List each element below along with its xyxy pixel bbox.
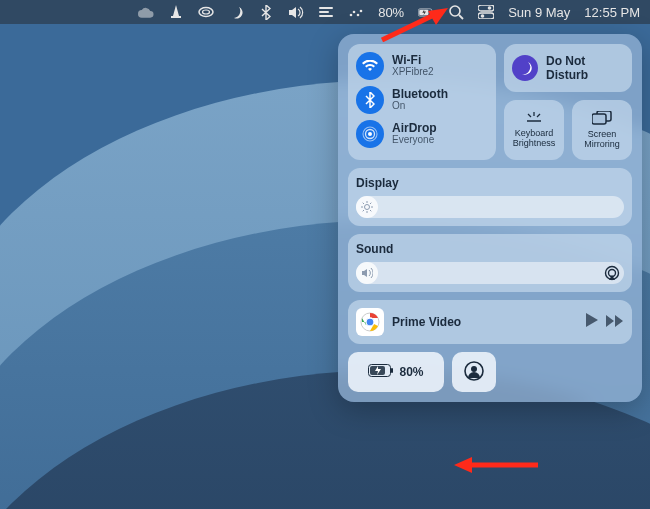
sound-slider[interactable] — [356, 262, 624, 284]
fast-forward-icon[interactable] — [606, 313, 624, 331]
svg-rect-15 — [478, 5, 494, 11]
keyboard-brightness-label: Keyboard Brightness — [513, 129, 556, 148]
control-center-panel: Wi-FiXPFibre2 BluetoothOn AirDropEveryon… — [338, 34, 642, 402]
spotlight-icon[interactable] — [448, 4, 464, 20]
brightness-icon — [356, 196, 378, 218]
svg-rect-5 — [319, 15, 333, 17]
svg-rect-27 — [592, 114, 606, 124]
svg-point-41 — [366, 318, 374, 326]
svg-point-7 — [353, 11, 356, 14]
play-icon[interactable] — [586, 313, 598, 331]
cloud-icon[interactable] — [138, 4, 154, 20]
screen-mirroring-label: Screen Mirroring — [584, 130, 620, 149]
do-not-disturb-icon[interactable] — [228, 4, 244, 20]
dnd-toggle[interactable]: Do Not Disturb — [504, 44, 632, 92]
svg-rect-4 — [319, 11, 329, 13]
screen-mirroring-button[interactable]: Screen Mirroring — [572, 100, 632, 160]
svg-point-13 — [450, 6, 460, 16]
svg-point-9 — [360, 10, 363, 13]
menubar: 80% Sun 9 May 12:55 PM — [0, 0, 650, 24]
bluetooth-toggle[interactable]: BluetoothOn — [356, 86, 488, 114]
volume-icon[interactable] — [288, 4, 304, 20]
dots-icon[interactable] — [348, 4, 364, 20]
svg-point-28 — [365, 205, 370, 210]
control-center-icon[interactable] — [478, 4, 494, 20]
svg-rect-0 — [171, 16, 181, 18]
svg-point-2 — [203, 10, 210, 14]
svg-line-24 — [528, 114, 531, 117]
bluetooth-status: On — [392, 101, 448, 112]
wifi-network: XPFibre2 — [392, 67, 434, 78]
svg-point-16 — [488, 6, 492, 10]
svg-point-18 — [481, 14, 485, 18]
svg-point-46 — [471, 366, 477, 372]
bluetooth-icon[interactable] — [258, 4, 274, 20]
svg-rect-17 — [478, 13, 494, 19]
wifi-toggle[interactable]: Wi-FiXPFibre2 — [356, 52, 488, 80]
svg-line-36 — [370, 203, 371, 204]
sound-label: Sound — [356, 242, 624, 256]
media-title: Prime Video — [392, 315, 578, 329]
svg-point-6 — [350, 14, 353, 17]
svg-rect-11 — [432, 10, 433, 13]
display-label: Display — [356, 176, 624, 190]
circle-icon[interactable] — [198, 4, 214, 20]
airdrop-scope: Everyone — [392, 135, 437, 146]
moon-icon — [512, 55, 538, 81]
vlc-icon[interactable] — [168, 4, 184, 20]
svg-rect-43 — [391, 368, 393, 373]
chrome-app-icon — [356, 308, 384, 336]
svg-line-34 — [370, 210, 371, 211]
bluetooth-circle-icon — [356, 86, 384, 114]
sound-tile[interactable]: Sound — [348, 234, 632, 292]
svg-line-33 — [363, 203, 364, 204]
wifi-icon — [356, 52, 384, 80]
battery-icon[interactable] — [418, 4, 434, 20]
display-slider[interactable] — [356, 196, 624, 218]
battery-chip-icon — [368, 364, 394, 380]
svg-point-1 — [199, 8, 213, 17]
svg-line-35 — [363, 210, 364, 211]
display-tile[interactable]: Display — [348, 168, 632, 226]
time-label[interactable]: 12:55 PM — [584, 5, 640, 20]
connectivity-tile: Wi-FiXPFibre2 BluetoothOn AirDropEveryon… — [348, 44, 496, 160]
svg-point-8 — [357, 14, 360, 17]
date-label[interactable]: Sun 9 May — [508, 5, 570, 20]
keyboard-brightness-button[interactable]: Keyboard Brightness — [504, 100, 564, 160]
menu-app-icon[interactable] — [318, 4, 334, 20]
svg-line-25 — [537, 114, 540, 117]
airdrop-icon — [356, 120, 384, 148]
battery-chip[interactable]: 80% — [348, 352, 444, 392]
svg-point-19 — [368, 132, 372, 136]
screen-mirroring-icon — [592, 111, 612, 127]
svg-rect-3 — [319, 7, 333, 9]
dnd-label: Do Not Disturb — [546, 54, 588, 82]
speaker-icon — [356, 262, 378, 284]
battery-percent-label[interactable]: 80% — [378, 5, 404, 20]
battery-chip-label: 80% — [399, 365, 423, 379]
svg-line-14 — [459, 15, 463, 19]
user-icon — [464, 361, 484, 384]
keyboard-brightness-icon — [524, 112, 544, 126]
airplay-audio-icon[interactable] — [604, 265, 620, 281]
now-playing-tile[interactable]: Prime Video — [348, 300, 632, 344]
airdrop-toggle[interactable]: AirDropEveryone — [356, 120, 488, 148]
user-switch-button[interactable] — [452, 352, 496, 392]
